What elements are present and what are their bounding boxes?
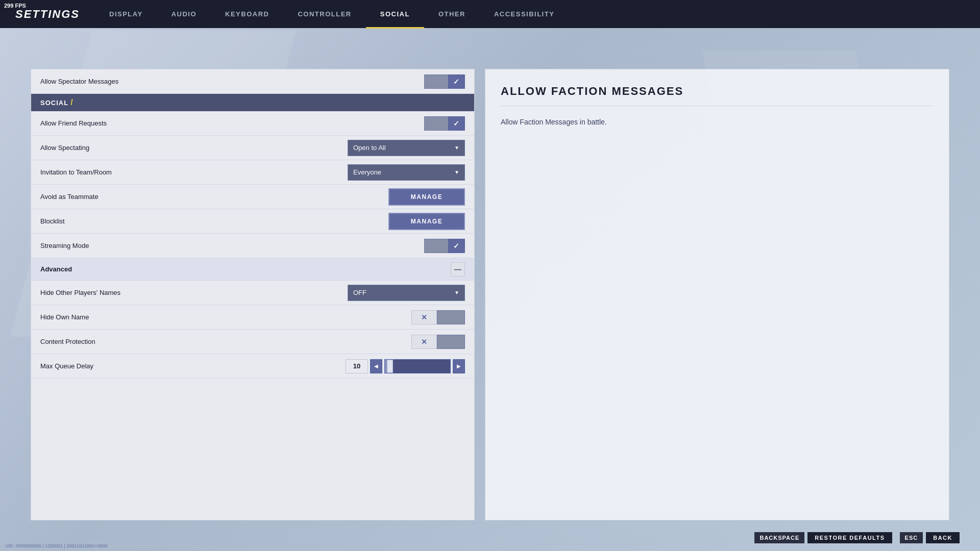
hide-own-name-label: Hide Own Name xyxy=(40,313,89,321)
slider-left-arrow[interactable]: ◀ xyxy=(370,359,382,373)
friend-requests-row: Allow Friend Requests ✓ xyxy=(31,111,474,136)
bottom-bar: BACKSPACE RESTORE DEFAULTS ESC BACK xyxy=(754,532,960,543)
nav-other[interactable]: OTHER xyxy=(424,1,480,29)
back-label: BACK xyxy=(926,532,960,543)
toggle-track-3: ✓ xyxy=(424,239,465,253)
max-queue-delay-label: Max Queue Delay xyxy=(40,362,93,370)
spectator-messages-toggle[interactable]: ✓ xyxy=(424,73,465,90)
restore-label: RESTORE DEFAULTS xyxy=(807,532,892,543)
nav-accessibility[interactable]: ACCESSIBILITY xyxy=(480,1,569,29)
debug-text: UID: 0000000000 | 1325001 | 20011011001+… xyxy=(5,543,108,548)
nav-controller[interactable]: CONTROLLER xyxy=(283,1,365,29)
avoid-teammate-label: Avoid as Teammate xyxy=(40,193,99,201)
invitation-label: Invitation to Team/Room xyxy=(40,168,112,176)
app-title: SETTINGS xyxy=(0,8,95,21)
content-protection-row: Content Protection ✕ xyxy=(31,330,474,354)
dropdown-arrow-spectating: ▼ xyxy=(454,145,459,151)
restore-key: BACKSPACE xyxy=(754,532,804,543)
streaming-mode-row: Streaming Mode ✓ xyxy=(31,234,474,258)
blocklist-label: Blocklist xyxy=(40,217,65,225)
hide-players-names-value: OFF xyxy=(353,289,366,296)
nav-display[interactable]: DISPLAY xyxy=(95,1,157,29)
advanced-row: Advanced — xyxy=(31,258,474,281)
x-box-content: ✕ xyxy=(411,335,437,349)
streaming-mode-toggle[interactable]: ✓ xyxy=(424,238,465,254)
slider-track[interactable] xyxy=(384,359,451,373)
restore-defaults-button[interactable]: BACKSPACE RESTORE DEFAULTS xyxy=(754,532,892,543)
friend-requests-toggle[interactable]: ✓ xyxy=(424,115,465,132)
spectator-messages-label: Allow Spectator Messages xyxy=(40,78,118,85)
dropdown-arrow-invitation: ▼ xyxy=(454,169,459,175)
avoid-teammate-manage-button[interactable]: MANAGE xyxy=(388,188,465,206)
toggle-thumb-3: ✓ xyxy=(448,239,464,253)
max-queue-delay-control: 10 ◀ ▶ xyxy=(346,359,465,373)
fps-counter: 299 FPS xyxy=(4,3,26,9)
friend-requests-label: Allow Friend Requests xyxy=(40,119,107,127)
advanced-collapse-button[interactable]: — xyxy=(451,262,465,277)
x-track-hide-own xyxy=(437,310,465,324)
avoid-teammate-row: Avoid as Teammate MANAGE xyxy=(31,185,474,209)
slider-value: 10 xyxy=(346,359,368,373)
info-title: ALLOW FACTION MESSAGES xyxy=(501,85,934,106)
toggle-track-2: ✓ xyxy=(424,116,465,131)
back-key: ESC xyxy=(900,532,923,543)
section-slash: / xyxy=(70,98,73,107)
nav-items: DISPLAY AUDIO KEYBOARD CONTROLLER SOCIAL… xyxy=(95,0,569,28)
hide-own-name-toggle[interactable]: ✕ xyxy=(411,309,465,325)
settings-panel: Allow Spectator Messages ✓ SOCIAL / Allo… xyxy=(31,69,475,520)
social-section-label: SOCIAL xyxy=(40,99,68,107)
hide-own-name-row: Hide Own Name ✕ xyxy=(31,305,474,330)
spectator-messages-row: Allow Spectator Messages ✓ xyxy=(31,69,474,94)
invitation-value: Everyone xyxy=(353,168,381,176)
toggle-track: ✓ xyxy=(424,74,465,89)
blocklist-manage-button[interactable]: MANAGE xyxy=(388,213,465,230)
allow-spectating-dropdown[interactable]: Open to All ▼ xyxy=(348,140,465,156)
hide-players-names-row: Hide Other Players' Names OFF ▼ xyxy=(31,281,474,305)
dropdown-arrow-hide-names: ▼ xyxy=(454,290,459,295)
invitation-dropdown[interactable]: Everyone ▼ xyxy=(348,164,465,181)
x-track-content xyxy=(437,335,465,349)
social-section-header: SOCIAL / xyxy=(31,94,474,111)
streaming-mode-label: Streaming Mode xyxy=(40,242,89,249)
main-content: Allow Spectator Messages ✓ SOCIAL / Allo… xyxy=(0,28,980,551)
top-navigation: SETTINGS DISPLAY AUDIO KEYBOARD CONTROLL… xyxy=(0,0,980,28)
nav-audio[interactable]: AUDIO xyxy=(157,1,211,29)
back-button[interactable]: ESC BACK xyxy=(900,532,960,543)
invitation-row: Invitation to Team/Room Everyone ▼ xyxy=(31,160,474,185)
hide-players-names-label: Hide Other Players' Names xyxy=(40,289,120,296)
advanced-label: Advanced xyxy=(40,265,72,273)
hide-players-names-dropdown[interactable]: OFF ▼ xyxy=(348,285,465,301)
x-box-hide-own: ✕ xyxy=(411,310,437,324)
max-queue-delay-row: Max Queue Delay 10 ◀ ▶ xyxy=(31,354,474,379)
info-description: Allow Faction Messages in battle. xyxy=(501,116,934,128)
nav-social[interactable]: SOCIAL xyxy=(366,1,424,29)
blocklist-row: Blocklist MANAGE xyxy=(31,209,474,234)
toggle-thumb: ✓ xyxy=(448,74,464,89)
content-protection-label: Content Protection xyxy=(40,338,95,345)
nav-keyboard[interactable]: KEYBOARD xyxy=(211,1,283,29)
allow-spectating-value: Open to All xyxy=(353,144,386,152)
info-panel: ALLOW FACTION MESSAGES Allow Faction Mes… xyxy=(485,69,949,520)
slider-thumb[interactable] xyxy=(387,360,393,373)
toggle-thumb-2: ✓ xyxy=(448,116,464,131)
slider-right-arrow[interactable]: ▶ xyxy=(453,359,465,373)
allow-spectating-row: Allow Spectating Open to All ▼ xyxy=(31,136,474,160)
allow-spectating-label: Allow Spectating xyxy=(40,144,89,152)
content-protection-toggle[interactable]: ✕ xyxy=(411,334,465,350)
